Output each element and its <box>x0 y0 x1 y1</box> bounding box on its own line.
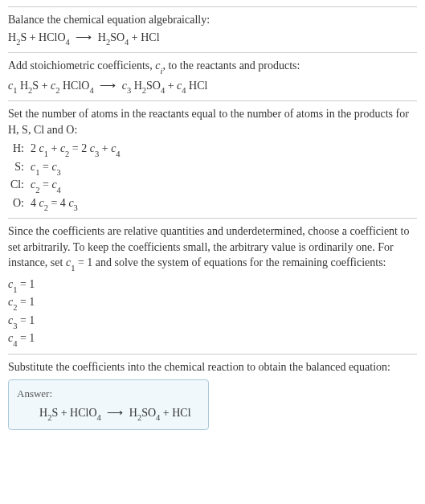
atom-row-o: O: 4 c2 = 4 c3 <box>8 195 417 213</box>
atom-table: H: 2 c1 + c2 = 2 c3 + c4 S: c1 = c3 Cl: … <box>8 141 417 213</box>
section-stoichiometric: Add stoichiometric coefficients, ci, to … <box>8 52 417 100</box>
balanced-equation: H2S + HClO4 ⟶ H2SO4 + HCl <box>17 405 200 423</box>
section-balance-intro: Balance the chemical equation algebraica… <box>8 6 417 52</box>
answer-box: Answer: H2S + HClO4 ⟶ H2SO4 + HCl <box>8 379 209 430</box>
stoich-title: Add stoichiometric coefficients, ci, to … <box>8 58 417 76</box>
atom-equation: c1 = c3 <box>31 159 61 177</box>
coef-row: c1 = 1 <box>8 277 417 294</box>
atom-balance-title: Set the number of atoms in the reactants… <box>8 106 417 137</box>
balance-title: Balance the chemical equation algebraica… <box>8 12 417 28</box>
atom-row-cl: Cl: c2 = c4 <box>8 177 417 195</box>
atom-label: Cl: <box>8 177 31 193</box>
substitute-title: Substitute the coefficients into the che… <box>8 359 417 375</box>
section-solve: Since the coefficients are relative quan… <box>8 218 417 354</box>
coef-row: c2 = 1 <box>8 294 417 312</box>
coef-row: c4 = 1 <box>8 330 417 348</box>
eq-lhs: H2S + HClO4 <box>8 31 70 43</box>
atom-equation: 2 c1 + c2 = 2 c3 + c4 <box>31 141 121 158</box>
eq-lhs: H2S + HClO4 <box>39 407 101 419</box>
section-answer: Substitute the coefficients into the che… <box>8 354 417 435</box>
eq-rhs: H2SO4 + HCl <box>98 31 160 43</box>
coef-row: c3 = 1 <box>8 313 417 330</box>
answer-label: Answer: <box>17 387 200 401</box>
eq-rhs: H2SO4 + HCl <box>129 407 191 419</box>
reaction-arrow: ⟶ <box>107 407 123 419</box>
atom-equation: 4 c2 = 4 c3 <box>31 195 78 213</box>
unbalanced-equation: H2S + HClO4 ⟶ H2SO4 + HCl <box>8 30 417 47</box>
atom-label: H: <box>8 141 31 157</box>
reaction-arrow: ⟶ <box>100 80 116 92</box>
stoich-equation: c1 H2S + c2 HClO4 ⟶ c3 H2SO4 + c4 HCl <box>8 78 417 96</box>
atom-row-h: H: 2 c1 + c2 = 2 c3 + c4 <box>8 141 417 158</box>
section-atom-balance: Set the number of atoms in the reactants… <box>8 100 417 218</box>
atom-label: S: <box>8 159 31 175</box>
atom-label: O: <box>8 195 31 211</box>
atom-row-s: S: c1 = c3 <box>8 159 417 177</box>
solve-text: Since the coefficients are relative quan… <box>8 223 417 273</box>
atom-equation: c2 = c4 <box>31 177 61 195</box>
coefficient-list: c1 = 1 c2 = 1 c3 = 1 c4 = 1 <box>8 277 417 349</box>
reaction-arrow: ⟶ <box>76 31 92 43</box>
